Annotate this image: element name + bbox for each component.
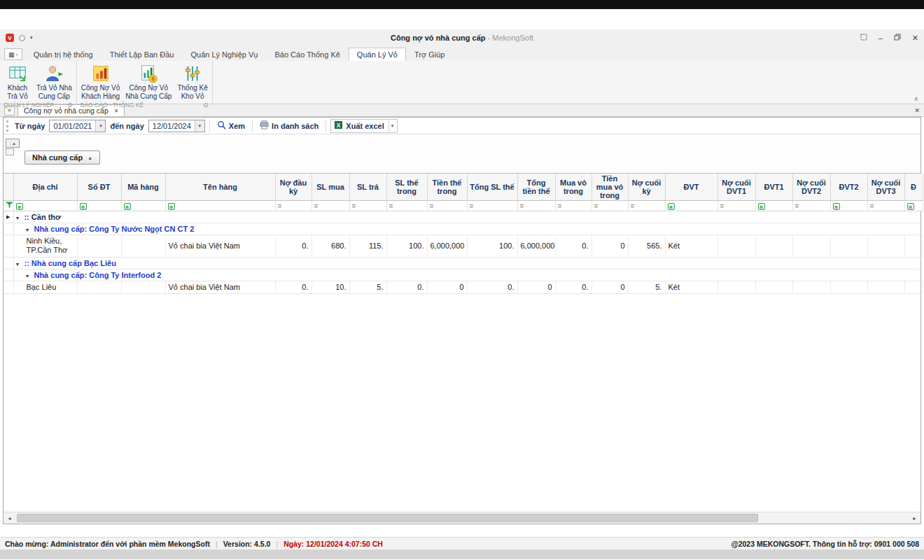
column-header-tong-tien-the[interactable]: Tổng tiền thế [517,174,555,201]
cell-dvt2[interactable] [830,235,867,257]
excel-dropdown-icon[interactable]: ▾ [388,120,396,132]
cell-tien-mua-vo-trong[interactable]: 0 [592,281,628,293]
column-header-tien-mua-vo-trong[interactable]: Tiền mua vỏ trong [592,174,628,201]
group-dialog-launcher-icon[interactable]: ⊙ [203,102,209,108]
filter-cell-ma-hang[interactable]: a [121,201,165,211]
column-header-ten-hang[interactable]: Tên hàng [165,174,275,201]
filter-cell-tien-mua-vo-trong[interactable]: = [592,201,628,211]
column-header-no-cuoi-dvt3[interactable]: Nợ cuối DVT3 [867,174,904,201]
filter-cell-sl-tra[interactable]: = [349,201,386,211]
filter-cell-no-cuoi-ky[interactable]: = [628,201,665,211]
column-header-no-cuoi-dvt2[interactable]: Nợ cuối DVT2 [792,174,830,201]
filter-cell-dvt3-partial[interactable]: a [904,201,923,211]
column-header-no-cuoi-dvt1[interactable]: Nợ cuối DVT1 [718,174,755,201]
cell-no-cuoi-dvt2[interactable] [792,235,830,257]
cell-tong-tien-the[interactable]: 0 [517,281,555,293]
cell-so-dt[interactable] [77,281,121,293]
column-header-sl-the-trong[interactable]: SL thế trong [386,174,427,201]
filter-cell-no-cuoi-dvt1[interactable]: = [718,201,755,211]
filter-cell-row-indicator[interactable] [4,201,13,211]
cell-dvt[interactable]: Két [665,235,718,257]
filter-cell-mua-vo-trong[interactable]: = [555,201,592,211]
thong-ke-kho-vo-button[interactable]: Thống Kê Kho Vỏ [174,62,210,102]
cell-mua-vo-trong[interactable]: 0. [555,235,592,257]
cell-no-cuoi-ky[interactable]: 5. [628,281,665,293]
tabstrip-right-close-icon[interactable]: ✕ [914,107,920,116]
cell-tong-tien-the[interactable]: 6,000,000 [517,235,555,257]
filter-cell-ten-hang[interactable]: a [165,201,275,211]
cong-no-vo-nha-cung-cap-button[interactable]: $Công Nợ Vỏ Nhà Cung Cấp [122,62,174,102]
group-dialog-launcher-icon[interactable]: ⊙ [67,102,73,108]
group-expander-icon[interactable]: ▼ [25,227,30,232]
cell-no-cuoi-dvt3[interactable] [867,235,904,257]
group-expander-icon[interactable]: ▼ [15,216,20,220]
cell-dvt2[interactable] [830,281,867,293]
ribbon-tab-trợ-giúp[interactable]: Trợ Giúp [406,48,453,61]
cell-ma-hang[interactable] [121,235,165,257]
filter-cell-tong-tien-the[interactable]: = [517,201,555,211]
cell-no-cuoi-dvt3[interactable] [867,281,904,293]
group-by-pill-nha-cung-cap[interactable]: Nhà cung cấp ▲ [24,150,100,164]
filter-cell-sl-the-trong[interactable]: = [386,201,427,211]
column-header-so-dt[interactable]: Số ĐT [77,174,121,201]
scrollbar-track[interactable] [15,512,909,524]
cell-dvt[interactable]: Két [665,281,718,293]
column-header-mua-vo-trong[interactable]: Mua vỏ trong [555,174,592,201]
filter-cell-dia-chi[interactable]: a [13,201,77,211]
cell-so-dt[interactable] [77,235,121,257]
restore-icon[interactable] [894,34,901,42]
cell-no-cuoi-dvt1[interactable] [718,281,755,293]
to-date-value[interactable]: 12/01/2024 [149,120,195,132]
column-header-tien-the-trong[interactable]: Tiền thế trong [427,174,467,201]
ribbon-tab-thiết-lập-ban-đầu[interactable]: Thiết Lập Ban Đầu [102,48,183,61]
scroll-left-icon[interactable]: ◄ [4,516,15,521]
cell-dvt3-partial[interactable] [904,235,923,257]
ribbon-tab-quản-lý-nghiệp-vụ[interactable]: Quản Lý Nghiệp Vụ [182,48,266,61]
filter-cell-sl-mua[interactable]: = [312,201,349,211]
cell-ma-hang[interactable] [121,281,165,293]
cell-no-dau-ky[interactable]: 0. [275,235,312,257]
group-expander-icon[interactable]: ▼ [25,274,30,279]
cell-dvt3-partial[interactable] [904,281,923,293]
close-icon[interactable]: ✕ [912,34,918,42]
filter-cell-so-dt[interactable]: a [77,201,121,211]
column-header-dia-chi[interactable]: Địa chỉ [13,174,77,201]
to-date-dropdown-icon[interactable]: ▾ [195,120,204,132]
cell-no-dau-ky[interactable]: 0. [275,281,312,293]
column-header-dvt1[interactable]: ĐVT1 [755,174,792,201]
cell-dvt1[interactable] [755,281,792,293]
horizontal-scrollbar[interactable]: ◄ ► [4,512,920,524]
column-header-dvt2[interactable]: ĐVT2 [830,174,867,201]
cell-dvt1[interactable] [755,235,792,257]
scrollbar-thumb[interactable] [17,514,758,522]
cell-no-cuoi-ky[interactable]: 565. [628,235,665,257]
filter-cell-no-cuoi-dvt2[interactable]: = [792,201,830,211]
cell-sl-the-trong[interactable]: 0. [386,281,427,293]
filter-cell-dvt2[interactable]: a [830,201,867,211]
cell-mua-vo-trong[interactable]: 0. [555,281,592,293]
cell-tien-the-trong[interactable]: 6,000,000 [427,235,467,257]
cell-sl-tra[interactable]: 5. [349,281,386,293]
cell-no-cuoi-dvt1[interactable] [718,235,755,257]
column-header-sl-mua[interactable]: SL mua [312,174,349,201]
column-header-dvt[interactable]: ĐVT [665,174,718,201]
column-header-ma-hang[interactable]: Mã hàng [121,174,165,201]
column-header-sl-tra[interactable]: SL trả [349,174,386,201]
export-excel-button[interactable]: X Xuất excel [331,119,386,132]
cong-no-vo-khach-hang-button[interactable]: Công Nợ Vỏ Khách Hàng [78,62,122,102]
cell-ten-hang[interactable]: Vỏ chai bia Việt Nam [165,281,275,293]
cell-sl-the-trong[interactable]: 100. [386,235,427,257]
filter-cell-dvt[interactable]: a [665,201,718,211]
cell-tong-sl-the[interactable]: 0. [467,281,517,293]
cell-no-cuoi-dvt2[interactable] [792,281,830,293]
fit-window-icon[interactable] [860,34,867,42]
khach-tra-vo-button[interactable]: Khách Trả Vỏ [1,62,34,102]
filter-cell-no-dau-ky[interactable]: = [275,201,312,211]
scroll-right-icon[interactable]: ► [909,516,920,521]
ribbon-app-button[interactable]: ▦◦ [4,48,22,60]
group-panel-widget[interactable]: :▴ [6,139,20,155]
from-date-value[interactable]: 01/01/2021 [50,120,95,132]
cell-sl-mua[interactable]: 680. [312,235,349,257]
column-header-dvt3-partial[interactable]: Đ [904,174,923,201]
cell-tien-the-trong[interactable]: 0 [427,281,467,293]
